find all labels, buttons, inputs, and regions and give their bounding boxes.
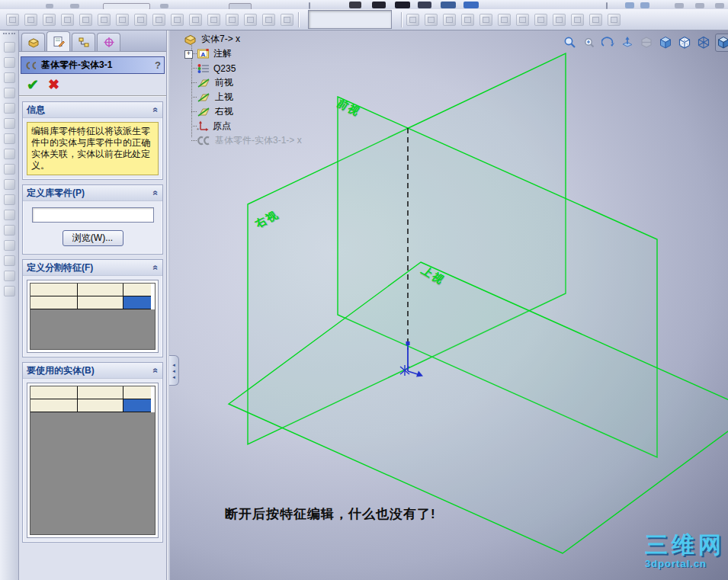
extrude-boss-icon[interactable] [405, 11, 421, 28]
cavity-icon[interactable] [279, 11, 295, 28]
tree-item-base-part[interactable]: 基体零件-实体3-1-> x [183, 133, 358, 148]
configurations-tab-icon[interactable] [72, 33, 95, 51]
plane-icon [197, 107, 211, 117]
property-manager-tab-icon[interactable] [47, 31, 70, 51]
toolbar-icon-fragment [463, 2, 479, 8]
normal-to-icon[interactable] [620, 34, 635, 51]
ok-check-icon[interactable]: ✔ [27, 76, 39, 94]
watermark: 三维网 3dportal.cn [645, 534, 725, 569]
bodies-group-header[interactable]: 要使用的实体(B) « [23, 363, 162, 379]
split-feature-table[interactable] [27, 280, 159, 353]
join-icon[interactable] [206, 11, 222, 28]
collapse-chevron-icon: « [151, 107, 162, 113]
dome-tool-icon[interactable] [3, 255, 16, 267]
hole-icon[interactable] [3, 209, 16, 221]
tree-item-annotations[interactable]: + A 注解 [183, 46, 358, 61]
view-orientation-icon[interactable] [715, 34, 728, 52]
mirror-icon[interactable] [3, 224, 16, 236]
dome-icon[interactable] [551, 11, 567, 28]
split-part-icon[interactable] [188, 11, 204, 28]
cancel-x-icon[interactable]: ✖ [48, 76, 59, 93]
fillet-tool-icon[interactable] [3, 133, 16, 145]
sketch-icon[interactable] [3, 41, 16, 53]
panel-collapse-handle[interactable]: ◂ ◂ ◂ [169, 355, 179, 386]
wireframe-cube-icon[interactable] [696, 34, 711, 51]
rotate-view-icon[interactable] [601, 34, 616, 51]
pattern-icon[interactable] [533, 11, 549, 28]
table-row[interactable] [30, 386, 155, 399]
move-copy-icon[interactable] [59, 11, 75, 28]
table-row[interactable] [30, 284, 155, 296]
mirror-part-icon[interactable] [242, 11, 258, 28]
collapse-chevron-icon: « [151, 368, 162, 373]
extrude-icon[interactable] [3, 72, 16, 84]
tree-item-top-plane[interactable]: 上视 [183, 90, 358, 104]
extrude-cut-icon[interactable] [423, 11, 439, 28]
lofted-icon[interactable] [3, 117, 16, 130]
shell-tool-icon[interactable] [3, 178, 16, 191]
toolbar-grip[interactable] [3, 33, 15, 37]
tree-item-material[interactable]: Q235 [183, 61, 358, 75]
gear-pair-icon[interactable] [169, 11, 185, 28]
sketch-star-icon[interactable] [151, 11, 167, 28]
browse-button[interactable]: 浏览(W)... [63, 230, 123, 246]
tree-item-front-plane[interactable]: 前视 [183, 75, 358, 90]
library-part-group-header[interactable]: 定义库零件(P) « [23, 185, 162, 201]
gears-icon[interactable] [114, 11, 130, 28]
rib-icon[interactable] [569, 11, 585, 28]
table-row[interactable] [30, 399, 155, 412]
dimxpert-tab-icon[interactable] [97, 33, 120, 51]
selected-cell[interactable] [123, 296, 151, 309]
loft-icon[interactable] [588, 11, 604, 28]
split-feature-group-header[interactable]: 定义分割特征(F) « [23, 260, 162, 276]
shell-icon[interactable] [478, 11, 494, 28]
draft-tool-icon[interactable] [3, 194, 16, 206]
section-view-icon[interactable] [639, 34, 654, 51]
expand-plus-icon[interactable]: + [184, 50, 193, 59]
derived-part-icon[interactable] [5, 11, 21, 28]
pattern-tool-icon[interactable] [3, 239, 16, 252]
left-arrow-icon: ◂ [172, 362, 175, 367]
shaded-cube-icon[interactable] [658, 34, 673, 51]
imported-picture-icon[interactable] [78, 11, 94, 28]
hole-wizard-icon[interactable] [515, 11, 531, 28]
info-group-header[interactable]: 信息 « [23, 102, 162, 118]
chamfer-icon[interactable] [460, 11, 476, 28]
stack-icon[interactable] [224, 11, 240, 28]
annotations-folder-icon: A [197, 48, 210, 59]
rib-tool-icon[interactable] [3, 163, 16, 175]
heads-up-view-toolbar [563, 33, 728, 53]
panel-splitter[interactable] [167, 30, 170, 580]
chamfer-tool-icon[interactable] [3, 148, 16, 160]
help-icon[interactable]: ? [155, 59, 161, 71]
group-header-label: 定义库零件(P) [27, 187, 85, 200]
tree-item-part[interactable]: 实体7-> x [183, 32, 358, 46]
toolbar-combo-box[interactable] [308, 10, 392, 29]
swept-icon[interactable] [3, 102, 16, 114]
library-part-path-input[interactable] [32, 207, 154, 223]
revolve-icon[interactable] [606, 11, 622, 28]
zoom-fit-icon[interactable] [563, 34, 578, 51]
draft-icon[interactable] [496, 11, 512, 28]
fillet-icon[interactable] [441, 11, 457, 28]
combine-icon[interactable] [261, 11, 277, 28]
wrap-icon[interactable] [133, 11, 149, 28]
group-header-label: 信息 [27, 104, 45, 117]
revolve-icon[interactable] [3, 87, 16, 99]
deform-icon[interactable] [3, 270, 16, 282]
attachment-icon[interactable] [23, 11, 39, 28]
bodies-table[interactable] [27, 383, 159, 538]
shape-icon[interactable] [3, 285, 16, 297]
toolbar-icon-fragment [715, 3, 724, 8]
dimension-icon[interactable] [3, 56, 16, 69]
table-row[interactable] [30, 296, 155, 309]
rollback-icon[interactable] [96, 11, 112, 28]
split-feature-group: 定义分割特征(F) « [22, 259, 163, 357]
selected-cell[interactable] [123, 399, 151, 412]
compare-docs-icon[interactable] [41, 11, 57, 28]
hidden-lines-visible-icon[interactable] [677, 34, 692, 51]
tree-item-right-plane[interactable]: 右视 [183, 104, 358, 119]
zoom-area-icon[interactable] [582, 34, 597, 51]
tree-item-origin[interactable]: * 原点 [183, 119, 358, 133]
features-tab-icon[interactable] [21, 33, 45, 51]
